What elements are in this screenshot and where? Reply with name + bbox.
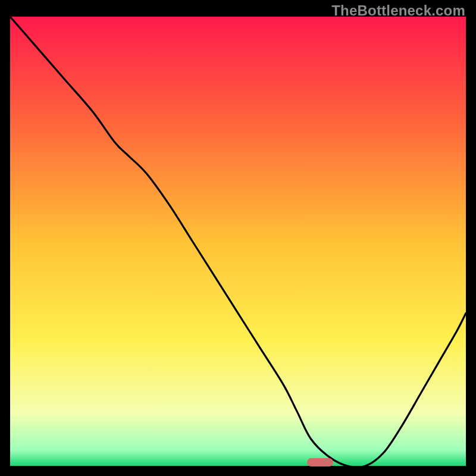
chart-frame <box>10 17 466 466</box>
gradient-background <box>10 17 466 466</box>
bottleneck-chart <box>10 17 466 466</box>
optimal-range-marker <box>307 458 333 466</box>
watermark-text: TheBottleneck.com <box>331 2 465 19</box>
